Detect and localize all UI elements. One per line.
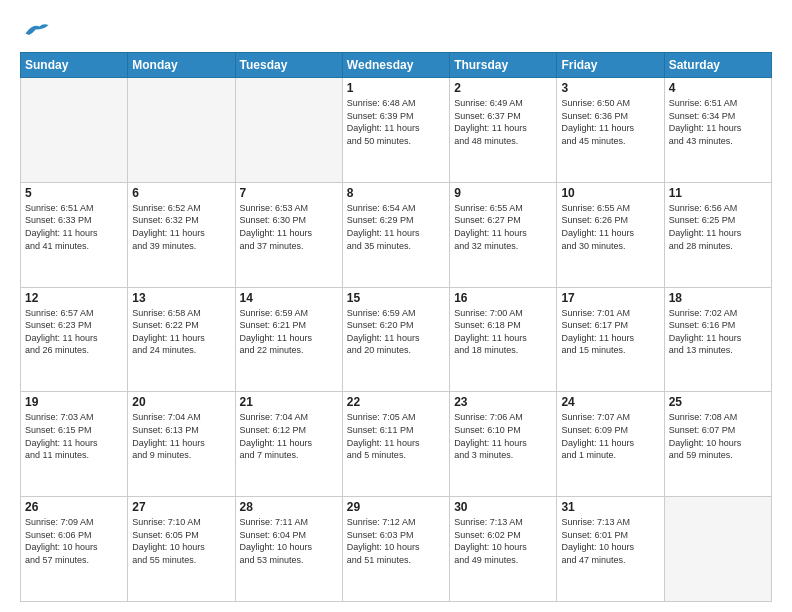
day-info: Sunrise: 6:58 AM Sunset: 6:22 PM Dayligh… <box>132 307 230 357</box>
calendar-day: 8Sunrise: 6:54 AM Sunset: 6:29 PM Daylig… <box>342 182 449 287</box>
day-number: 2 <box>454 81 552 95</box>
day-number: 19 <box>25 395 123 409</box>
day-number: 26 <box>25 500 123 514</box>
calendar-day: 11Sunrise: 6:56 AM Sunset: 6:25 PM Dayli… <box>664 182 771 287</box>
day-number: 24 <box>561 395 659 409</box>
day-info: Sunrise: 7:08 AM Sunset: 6:07 PM Dayligh… <box>669 411 767 461</box>
day-number: 20 <box>132 395 230 409</box>
day-info: Sunrise: 7:13 AM Sunset: 6:02 PM Dayligh… <box>454 516 552 566</box>
day-info: Sunrise: 6:57 AM Sunset: 6:23 PM Dayligh… <box>25 307 123 357</box>
calendar-day: 18Sunrise: 7:02 AM Sunset: 6:16 PM Dayli… <box>664 287 771 392</box>
calendar-day: 16Sunrise: 7:00 AM Sunset: 6:18 PM Dayli… <box>450 287 557 392</box>
calendar-header-thursday: Thursday <box>450 53 557 78</box>
calendar-day: 28Sunrise: 7:11 AM Sunset: 6:04 PM Dayli… <box>235 497 342 602</box>
day-number: 25 <box>669 395 767 409</box>
day-number: 9 <box>454 186 552 200</box>
day-number: 22 <box>347 395 445 409</box>
day-info: Sunrise: 6:59 AM Sunset: 6:20 PM Dayligh… <box>347 307 445 357</box>
calendar-week-4: 26Sunrise: 7:09 AM Sunset: 6:06 PM Dayli… <box>21 497 772 602</box>
day-number: 11 <box>669 186 767 200</box>
day-number: 3 <box>561 81 659 95</box>
day-info: Sunrise: 6:51 AM Sunset: 6:33 PM Dayligh… <box>25 202 123 252</box>
day-number: 8 <box>347 186 445 200</box>
day-info: Sunrise: 6:55 AM Sunset: 6:26 PM Dayligh… <box>561 202 659 252</box>
calendar-week-1: 5Sunrise: 6:51 AM Sunset: 6:33 PM Daylig… <box>21 182 772 287</box>
day-info: Sunrise: 6:50 AM Sunset: 6:36 PM Dayligh… <box>561 97 659 147</box>
day-info: Sunrise: 7:10 AM Sunset: 6:05 PM Dayligh… <box>132 516 230 566</box>
calendar-day: 24Sunrise: 7:07 AM Sunset: 6:09 PM Dayli… <box>557 392 664 497</box>
day-info: Sunrise: 7:12 AM Sunset: 6:03 PM Dayligh… <box>347 516 445 566</box>
calendar-day: 2Sunrise: 6:49 AM Sunset: 6:37 PM Daylig… <box>450 78 557 183</box>
calendar-day <box>21 78 128 183</box>
day-number: 21 <box>240 395 338 409</box>
day-number: 15 <box>347 291 445 305</box>
calendar-day: 21Sunrise: 7:04 AM Sunset: 6:12 PM Dayli… <box>235 392 342 497</box>
day-info: Sunrise: 7:11 AM Sunset: 6:04 PM Dayligh… <box>240 516 338 566</box>
logo <box>20 18 50 42</box>
day-number: 30 <box>454 500 552 514</box>
calendar-day: 5Sunrise: 6:51 AM Sunset: 6:33 PM Daylig… <box>21 182 128 287</box>
day-info: Sunrise: 7:06 AM Sunset: 6:10 PM Dayligh… <box>454 411 552 461</box>
calendar-table: SundayMondayTuesdayWednesdayThursdayFrid… <box>20 52 772 602</box>
day-info: Sunrise: 6:59 AM Sunset: 6:21 PM Dayligh… <box>240 307 338 357</box>
day-number: 12 <box>25 291 123 305</box>
calendar-day: 15Sunrise: 6:59 AM Sunset: 6:20 PM Dayli… <box>342 287 449 392</box>
calendar-day: 22Sunrise: 7:05 AM Sunset: 6:11 PM Dayli… <box>342 392 449 497</box>
calendar-day: 20Sunrise: 7:04 AM Sunset: 6:13 PM Dayli… <box>128 392 235 497</box>
day-info: Sunrise: 6:53 AM Sunset: 6:30 PM Dayligh… <box>240 202 338 252</box>
calendar-day: 30Sunrise: 7:13 AM Sunset: 6:02 PM Dayli… <box>450 497 557 602</box>
day-info: Sunrise: 7:00 AM Sunset: 6:18 PM Dayligh… <box>454 307 552 357</box>
day-number: 1 <box>347 81 445 95</box>
header <box>20 18 772 42</box>
calendar-day: 31Sunrise: 7:13 AM Sunset: 6:01 PM Dayli… <box>557 497 664 602</box>
calendar-day: 3Sunrise: 6:50 AM Sunset: 6:36 PM Daylig… <box>557 78 664 183</box>
day-number: 7 <box>240 186 338 200</box>
calendar-day <box>664 497 771 602</box>
calendar-day: 23Sunrise: 7:06 AM Sunset: 6:10 PM Dayli… <box>450 392 557 497</box>
calendar-day <box>128 78 235 183</box>
calendar-header-row: SundayMondayTuesdayWednesdayThursdayFrid… <box>21 53 772 78</box>
calendar-header-sunday: Sunday <box>21 53 128 78</box>
day-info: Sunrise: 7:01 AM Sunset: 6:17 PM Dayligh… <box>561 307 659 357</box>
day-number: 18 <box>669 291 767 305</box>
calendar-day: 13Sunrise: 6:58 AM Sunset: 6:22 PM Dayli… <box>128 287 235 392</box>
day-number: 13 <box>132 291 230 305</box>
calendar-header-wednesday: Wednesday <box>342 53 449 78</box>
day-info: Sunrise: 7:09 AM Sunset: 6:06 PM Dayligh… <box>25 516 123 566</box>
day-info: Sunrise: 7:04 AM Sunset: 6:12 PM Dayligh… <box>240 411 338 461</box>
day-info: Sunrise: 7:13 AM Sunset: 6:01 PM Dayligh… <box>561 516 659 566</box>
day-info: Sunrise: 6:48 AM Sunset: 6:39 PM Dayligh… <box>347 97 445 147</box>
calendar-day: 14Sunrise: 6:59 AM Sunset: 6:21 PM Dayli… <box>235 287 342 392</box>
calendar-week-0: 1Sunrise: 6:48 AM Sunset: 6:39 PM Daylig… <box>21 78 772 183</box>
page: SundayMondayTuesdayWednesdayThursdayFrid… <box>0 0 792 612</box>
day-info: Sunrise: 7:05 AM Sunset: 6:11 PM Dayligh… <box>347 411 445 461</box>
day-number: 4 <box>669 81 767 95</box>
calendar-day: 29Sunrise: 7:12 AM Sunset: 6:03 PM Dayli… <box>342 497 449 602</box>
day-info: Sunrise: 7:02 AM Sunset: 6:16 PM Dayligh… <box>669 307 767 357</box>
day-info: Sunrise: 6:55 AM Sunset: 6:27 PM Dayligh… <box>454 202 552 252</box>
calendar-day: 10Sunrise: 6:55 AM Sunset: 6:26 PM Dayli… <box>557 182 664 287</box>
calendar-day: 17Sunrise: 7:01 AM Sunset: 6:17 PM Dayli… <box>557 287 664 392</box>
day-info: Sunrise: 7:03 AM Sunset: 6:15 PM Dayligh… <box>25 411 123 461</box>
calendar-day: 19Sunrise: 7:03 AM Sunset: 6:15 PM Dayli… <box>21 392 128 497</box>
day-number: 31 <box>561 500 659 514</box>
calendar-day: 1Sunrise: 6:48 AM Sunset: 6:39 PM Daylig… <box>342 78 449 183</box>
calendar-day: 7Sunrise: 6:53 AM Sunset: 6:30 PM Daylig… <box>235 182 342 287</box>
day-info: Sunrise: 7:07 AM Sunset: 6:09 PM Dayligh… <box>561 411 659 461</box>
day-number: 17 <box>561 291 659 305</box>
calendar-header-monday: Monday <box>128 53 235 78</box>
calendar-day: 4Sunrise: 6:51 AM Sunset: 6:34 PM Daylig… <box>664 78 771 183</box>
day-info: Sunrise: 6:49 AM Sunset: 6:37 PM Dayligh… <box>454 97 552 147</box>
day-info: Sunrise: 6:52 AM Sunset: 6:32 PM Dayligh… <box>132 202 230 252</box>
calendar-header-tuesday: Tuesday <box>235 53 342 78</box>
calendar-day: 12Sunrise: 6:57 AM Sunset: 6:23 PM Dayli… <box>21 287 128 392</box>
calendar-header-saturday: Saturday <box>664 53 771 78</box>
logo-bird-icon <box>22 18 50 42</box>
calendar-header-friday: Friday <box>557 53 664 78</box>
calendar-day: 27Sunrise: 7:10 AM Sunset: 6:05 PM Dayli… <box>128 497 235 602</box>
day-number: 5 <box>25 186 123 200</box>
calendar-day <box>235 78 342 183</box>
calendar-day: 25Sunrise: 7:08 AM Sunset: 6:07 PM Dayli… <box>664 392 771 497</box>
day-number: 10 <box>561 186 659 200</box>
day-number: 14 <box>240 291 338 305</box>
